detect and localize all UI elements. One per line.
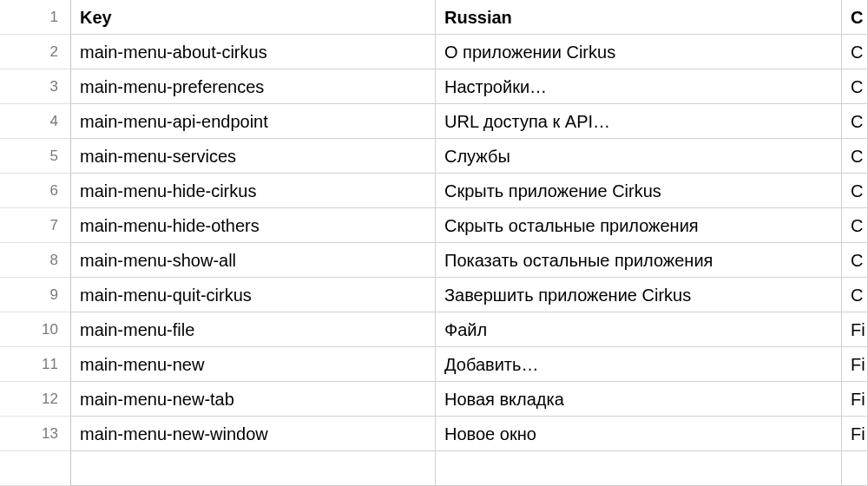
cell-russian[interactable]: Новая вкладка bbox=[436, 382, 842, 417]
cell-third[interactable]: C bbox=[842, 243, 868, 278]
cell-key[interactable]: main-menu-about-cirkus bbox=[71, 35, 436, 69]
cell-key[interactable] bbox=[71, 451, 436, 486]
row-number[interactable]: 11 bbox=[0, 347, 71, 382]
cell-russian[interactable]: Службы bbox=[436, 139, 842, 174]
column-header-russian[interactable]: Russian bbox=[436, 0, 842, 35]
cell-third[interactable]: C bbox=[842, 278, 868, 312]
cell-russian[interactable]: Скрыть остальные приложения bbox=[436, 208, 842, 243]
row-number[interactable]: 2 bbox=[0, 35, 71, 69]
spreadsheet[interactable]: 1 Key Russian C 2 main-menu-about-cirkus… bbox=[0, 0, 868, 486]
cell-third[interactable]: C bbox=[842, 208, 868, 243]
row-number[interactable]: 7 bbox=[0, 208, 71, 243]
cell-key[interactable]: main-menu-file bbox=[71, 312, 436, 347]
cell-third[interactable]: C bbox=[842, 35, 868, 69]
row-number[interactable]: 3 bbox=[0, 69, 71, 104]
cell-key[interactable]: main-menu-preferences bbox=[71, 69, 436, 104]
cell-key[interactable]: main-menu-show-all bbox=[71, 243, 436, 278]
cell-key[interactable]: main-menu-api-endpoint bbox=[71, 104, 436, 139]
row-number[interactable]: 12 bbox=[0, 382, 71, 417]
row-number[interactable]: 10 bbox=[0, 312, 71, 347]
cell-russian[interactable] bbox=[436, 451, 842, 486]
row-number[interactable]: 6 bbox=[0, 174, 71, 208]
cell-russian[interactable]: Скрыть приложение Cirkus bbox=[436, 174, 842, 208]
cell-third[interactable]: Fi bbox=[842, 417, 868, 451]
row-number[interactable]: 1 bbox=[0, 0, 71, 35]
cell-third[interactable]: Fi bbox=[842, 312, 868, 347]
cell-key[interactable]: main-menu-new-window bbox=[71, 417, 436, 451]
cell-third[interactable]: C bbox=[842, 104, 868, 139]
cell-russian[interactable]: Настройки… bbox=[436, 69, 842, 104]
row-number[interactable]: 5 bbox=[0, 139, 71, 174]
cell-third[interactable]: C bbox=[842, 139, 868, 174]
cell-russian[interactable]: Показать остальные приложения bbox=[436, 243, 842, 278]
cell-third[interactable] bbox=[842, 451, 868, 486]
cell-third[interactable]: C bbox=[842, 174, 868, 208]
cell-key[interactable]: main-menu-quit-cirkus bbox=[71, 278, 436, 312]
cell-russian[interactable]: Файл bbox=[436, 312, 842, 347]
cell-key[interactable]: main-menu-hide-cirkus bbox=[71, 174, 436, 208]
row-number[interactable]: 9 bbox=[0, 278, 71, 312]
cell-key[interactable]: main-menu-new bbox=[71, 347, 436, 382]
cell-russian[interactable]: О приложении Cirkus bbox=[436, 35, 842, 69]
cell-russian[interactable]: URL доступа к API… bbox=[436, 104, 842, 139]
cell-key[interactable]: main-menu-services bbox=[71, 139, 436, 174]
row-number[interactable]: 8 bbox=[0, 243, 71, 278]
cell-russian[interactable]: Новое окно bbox=[436, 417, 842, 451]
cell-key[interactable]: main-menu-new-tab bbox=[71, 382, 436, 417]
cell-russian[interactable]: Завершить приложение Cirkus bbox=[436, 278, 842, 312]
row-number[interactable]: 13 bbox=[0, 417, 71, 451]
column-header-third[interactable]: C bbox=[842, 0, 868, 35]
cell-third[interactable]: C bbox=[842, 69, 868, 104]
cell-third[interactable]: Fi bbox=[842, 347, 868, 382]
cell-third[interactable]: Fi bbox=[842, 382, 868, 417]
cell-key[interactable]: main-menu-hide-others bbox=[71, 208, 436, 243]
row-number[interactable]: 4 bbox=[0, 104, 71, 139]
row-number[interactable] bbox=[0, 451, 71, 486]
column-header-key[interactable]: Key bbox=[71, 0, 436, 35]
cell-russian[interactable]: Добавить… bbox=[436, 347, 842, 382]
